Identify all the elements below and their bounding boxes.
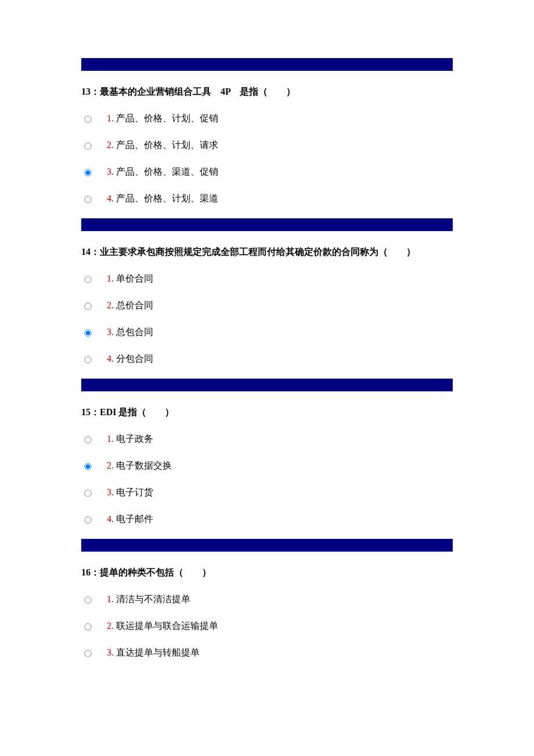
colon: ： [91,87,100,96]
option-text: 电子邮件 [116,512,153,526]
option-radio[interactable] [84,142,91,149]
option-row: 2.产品、价格、计划、请求 [81,138,453,152]
option-radio[interactable] [84,436,91,443]
option-number: 1. [107,111,114,125]
option-row: 1.清洁与不清洁提单 [81,592,453,606]
option-row: 1.电子政务 [81,432,453,446]
option-number: 1. [107,272,114,286]
option-number: 4. [107,512,114,526]
options-group: 1.电子政务2.电子数据交换3.电子订货4.电子邮件 [81,432,453,526]
option-text: 分包合同 [116,352,153,366]
option-row: 3.产品、价格、渠道、促销 [81,165,453,179]
option-text: 直达提单与转船提单 [116,646,200,660]
separator-bar [81,58,453,71]
option-number: 2. [107,138,114,152]
option-row: 3.总包合同 [81,325,453,339]
option-row: 1.单价合同 [81,272,453,286]
option-row: 1.产品、价格、计划、促销 [81,111,453,125]
option-number: 4. [107,352,114,366]
question-text: 16：提单的种类不包括（ ） [81,563,453,582]
option-radio[interactable] [84,116,91,123]
question-text: 15：EDI 是指（ ） [81,403,453,422]
option-radio[interactable] [84,489,91,496]
option-text: 产品、价格、计划、渠道 [116,192,218,206]
option-radio[interactable] [84,329,91,336]
option-number: 3. [107,325,114,339]
question-body: 提单的种类不包括（ ） [100,567,211,577]
colon: ： [91,407,100,417]
option-radio[interactable] [84,196,91,203]
option-row: 3.电子订货 [81,485,453,499]
option-text: 产品、价格、计划、促销 [116,111,218,125]
option-number: 1. [107,432,114,446]
separator-bar [81,539,453,552]
option-row: 3.直达提单与转船提单 [81,646,453,660]
separator-bar [81,218,453,231]
option-row: 2.总价合同 [81,298,453,312]
option-radio[interactable] [84,303,91,309]
option-radio[interactable] [84,650,91,657]
option-text: 产品、价格、计划、请求 [116,138,218,152]
option-radio[interactable] [84,623,91,630]
question-number: 13 [81,87,91,96]
question-number: 15 [81,407,91,417]
option-text: 总包合同 [116,325,153,339]
options-group: 1.产品、价格、计划、促销2.产品、价格、计划、请求3.产品、价格、渠道、促销4… [81,111,453,206]
page-content: 13：最基本的企业营销组合工具 4P 是指（ ）1.产品、价格、计划、促销2.产… [0,0,534,707]
option-number: 2. [107,619,114,633]
option-number: 3. [107,165,114,179]
option-text: 清洁与不清洁提单 [116,592,190,606]
option-radio[interactable] [84,596,91,603]
option-number: 1. [107,592,114,606]
option-radio[interactable] [84,169,91,176]
separator-bar [81,379,453,391]
options-group: 1.单价合同2.总价合同3.总包合同4.分包合同 [81,272,453,366]
option-radio[interactable] [84,463,91,470]
option-text: 总价合同 [116,298,153,312]
option-text: 产品、价格、渠道、促销 [116,165,218,179]
option-text: 单价合同 [116,272,153,286]
option-row: 4.分包合同 [81,352,453,366]
question-body: EDI 是指（ ） [100,407,174,417]
question-number: 14 [81,247,91,257]
question-number: 16 [81,567,91,577]
option-number: 3. [107,485,114,499]
option-number: 4. [107,192,114,206]
option-row: 4.电子邮件 [81,512,453,526]
option-number: 3. [107,646,114,660]
colon: ： [91,567,100,577]
option-number: 2. [107,459,114,473]
colon: ： [91,247,100,257]
question-text: 14：业主要求承包商按照规定完成全部工程而付给其确定价款的合同称为（ ） [81,243,453,261]
option-radio[interactable] [84,516,91,523]
option-number: 2. [107,298,114,312]
option-text: 电子政务 [116,432,153,446]
option-radio[interactable] [84,356,91,363]
option-text: 电子数据交换 [116,459,172,473]
option-text: 联运提单与联合运输提单 [116,619,218,633]
option-radio[interactable] [84,276,91,283]
options-group: 1.清洁与不清洁提单2.联运提单与联合运输提单3.直达提单与转船提单 [81,592,453,660]
question-body: 业主要求承包商按照规定完成全部工程而付给其确定价款的合同称为（ ） [100,247,416,257]
option-row: 4.产品、价格、计划、渠道 [81,192,453,206]
question-text: 13：最基本的企业营销组合工具 4P 是指（ ） [81,82,453,101]
option-row: 2.联运提单与联合运输提单 [81,619,453,633]
option-row: 2.电子数据交换 [81,459,453,473]
option-text: 电子订货 [116,485,153,499]
question-body: 最基本的企业营销组合工具 4P 是指（ ） [100,87,295,96]
